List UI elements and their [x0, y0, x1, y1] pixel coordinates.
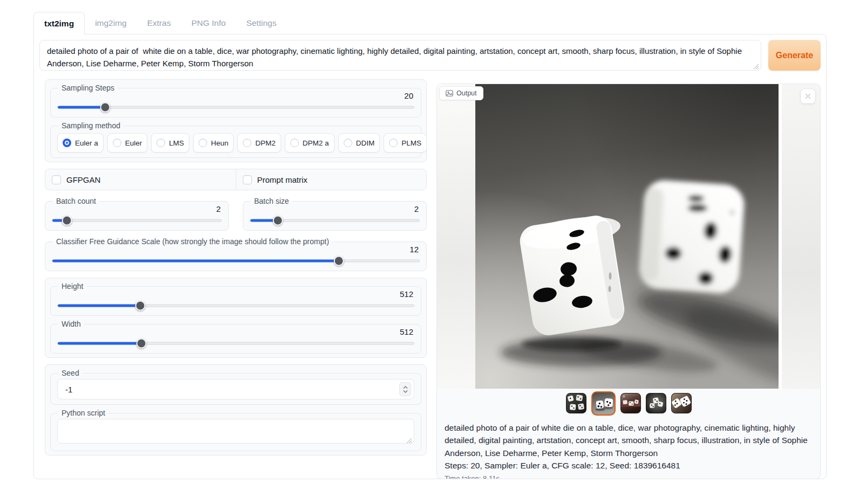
batch-size-label: Batch size [251, 197, 292, 205]
gfpgan-checkbox[interactable] [52, 175, 61, 184]
batch-count-value: 2 [52, 204, 221, 213]
chevron-up-icon[interactable] [403, 386, 408, 389]
tab-bar: txt2img img2img Extras PNG Info Settings [33, 12, 827, 34]
batch-count-label: Batch count [53, 197, 99, 205]
sampler-label: DPM2 a [303, 139, 329, 147]
sampler-ddim[interactable]: DDIM [338, 133, 380, 153]
prompt-input[interactable] [39, 40, 761, 71]
tab-extras[interactable]: Extras [137, 12, 181, 34]
slider-thumb[interactable] [100, 102, 111, 112]
slider-thumb[interactable] [136, 338, 146, 348]
radio-icon [113, 139, 121, 147]
cfg-scale-slider[interactable] [52, 256, 420, 266]
sampler-heun[interactable]: Heun [193, 133, 234, 153]
cfg-scale-label: Classifier Free Guidance Scale (how stro… [53, 237, 332, 246]
batch-count-slider[interactable] [52, 215, 222, 225]
width-label: Width [58, 320, 84, 328]
output-gallery: Output [437, 84, 820, 389]
python-script-input[interactable] [57, 419, 414, 444]
sampler-euler-a[interactable]: Euler a [57, 133, 104, 153]
sampler-label: Euler [125, 139, 142, 147]
prompt-row: Generate [39, 40, 821, 73]
gallery-backdrop [437, 84, 475, 389]
radio-icon [290, 139, 299, 147]
output-column: Output [436, 79, 821, 479]
thumbnail-2-selected[interactable] [591, 391, 616, 416]
thumbnail-3[interactable] [620, 393, 641, 413]
slider-thumb[interactable] [62, 215, 72, 225]
sampler-dpm2[interactable]: DPM2 [237, 133, 281, 153]
batch-count-group: Batch count 2 [45, 197, 229, 231]
app-container: txt2img img2img Extras PNG Info Settings… [33, 12, 827, 479]
slider-thumb[interactable] [272, 215, 283, 225]
height-value: 512 [57, 289, 413, 299]
width-slider[interactable] [57, 338, 414, 348]
generated-image[interactable] [475, 84, 779, 389]
sampler-label: Heun [211, 139, 228, 147]
generation-info: detailed photo of a pair of white die on… [437, 418, 820, 479]
batch-size-group: Batch size 2 [243, 197, 427, 231]
thumbnail-1[interactable] [566, 393, 586, 413]
sampler-plms[interactable]: PLMS [384, 133, 427, 153]
generate-button[interactable]: Generate [768, 40, 821, 71]
thumbnail-strip [437, 389, 820, 418]
prompt-matrix-label: Prompt matrix [257, 175, 308, 184]
batch-size-slider[interactable] [250, 215, 420, 225]
thumbnail-5[interactable] [671, 393, 692, 413]
sampler-label: LMS [169, 139, 184, 147]
seed-label: Seed [58, 369, 83, 377]
image-icon [446, 89, 453, 97]
main-panel: Generate Sampling Steps 20 Samp [33, 34, 827, 479]
sampler-lms[interactable]: LMS [151, 133, 189, 153]
tab-png-info[interactable]: PNG Info [181, 12, 236, 34]
output-params-text: Steps: 20, Sampler: Euler a, CFG scale: … [445, 459, 813, 472]
thumbnail-4[interactable] [646, 393, 666, 413]
output-label: Output [456, 89, 477, 97]
radio-icon [389, 139, 398, 147]
radio-icon [199, 139, 207, 147]
seed-group: Seed [50, 369, 421, 405]
slider-thumb[interactable] [135, 300, 146, 310]
sampling-steps-group: Sampling Steps 20 [50, 84, 421, 118]
close-icon [805, 93, 811, 99]
gfpgan-checkbox-row[interactable]: GFPGAN [45, 169, 236, 190]
resize-handle-icon[interactable] [406, 438, 412, 444]
chevron-down-icon[interactable] [403, 390, 408, 393]
sampler-euler[interactable]: Euler [107, 133, 148, 153]
sampling-method-group: Sampling method Euler a Euler [50, 121, 421, 158]
sampling-steps-value: 20 [57, 91, 413, 100]
cfg-scale-group: Classifier Free Guidance Scale (how stro… [45, 237, 427, 271]
height-slider[interactable] [57, 300, 414, 310]
options-panel: GFPGAN Prompt matrix [45, 169, 427, 190]
width-value: 512 [57, 327, 413, 336]
prompt-matrix-checkbox-row[interactable]: Prompt matrix [236, 169, 427, 190]
dimensions-panel: Height 512 Width 512 [45, 278, 427, 358]
resize-handle-icon[interactable] [753, 64, 759, 70]
seed-input[interactable] [57, 379, 414, 399]
sampler-label: DDIM [356, 139, 375, 147]
seed-stepper[interactable] [399, 382, 411, 396]
sampling-steps-slider[interactable] [57, 102, 414, 112]
cfg-scale-value: 12 [52, 245, 419, 254]
radio-icon [344, 139, 352, 147]
output-panel: Output [436, 84, 821, 479]
sampler-options: Euler a Euler LMS [57, 130, 414, 153]
seed-script-panel: Seed Python script [45, 364, 427, 455]
sampler-dpm2-a[interactable]: DPM2 a [285, 133, 335, 153]
time-taken-text: Time taken: 8.11s [445, 473, 813, 479]
settings-column: Sampling Steps 20 Sampling method Eul [45, 79, 427, 455]
sampling-steps-label: Sampling Steps [58, 84, 118, 92]
close-button[interactable] [801, 89, 815, 103]
sampler-label: Euler a [75, 139, 98, 147]
gallery-backdrop [782, 84, 820, 389]
prompt-matrix-checkbox[interactable] [243, 175, 252, 184]
batch-size-value: 2 [250, 204, 419, 213]
slider-thumb[interactable] [333, 256, 344, 266]
sampler-label: PLMS [401, 139, 421, 147]
tab-txt2img[interactable]: txt2img [33, 12, 85, 34]
height-label: Height [58, 282, 86, 291]
gfpgan-label: GFPGAN [66, 175, 100, 184]
output-label-chip: Output [439, 86, 483, 100]
tab-img2img[interactable]: img2img [85, 12, 137, 34]
tab-settings[interactable]: Settings [236, 12, 286, 34]
